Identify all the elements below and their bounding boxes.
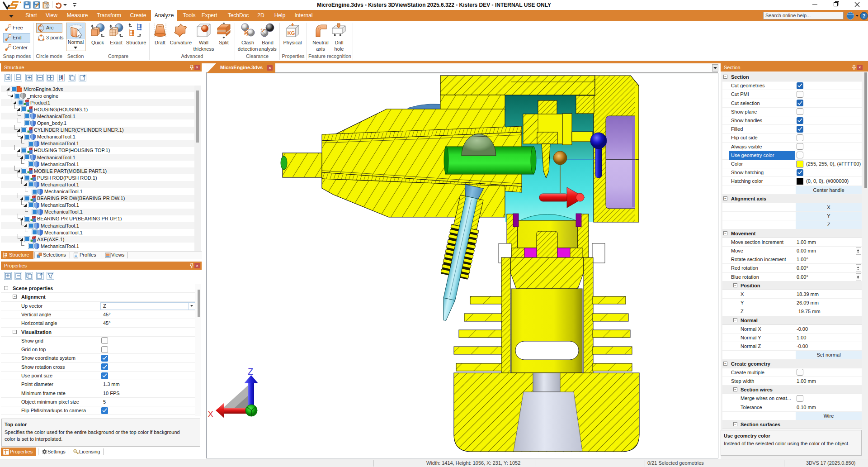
- svg-text:?: ?: [863, 13, 866, 19]
- svg-text:Z: Z: [248, 367, 253, 376]
- svg-text:X: X: [208, 409, 213, 419]
- svg-text:KG: KG: [288, 30, 295, 36]
